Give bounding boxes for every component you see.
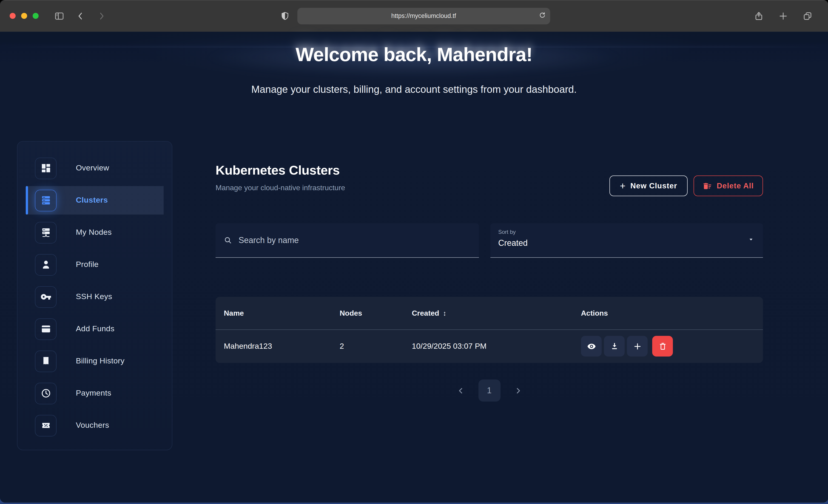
dashboard-page: Welcome back, Mahendra! Manage your clus… [0,32,828,503]
download-icon [610,342,619,351]
chevron-right-icon [514,387,522,394]
person-icon [35,254,56,276]
search-icon [223,236,233,245]
sidebar-item-billing-history[interactable]: Billing History [26,347,164,375]
sidebar-item-add-funds[interactable]: Add Funds [26,315,164,343]
delete-cluster-button[interactable] [652,336,673,356]
cell-row-actions [581,336,763,356]
page-title: Kubernetes Clusters [215,163,345,178]
previous-page-button[interactable] [457,387,464,394]
trash-icon [658,342,667,351]
minimize-window-button[interactable] [21,13,27,19]
servers-icon [35,190,56,211]
sidebar-item-label: Profile [76,260,98,269]
clusters-header: Kubernetes Clusters Manage your cloud-na… [215,163,345,192]
sort-arrows-icon: ↕ [443,309,446,317]
url-text: https://myceliumcloud.tf [391,12,456,19]
view-cluster-button[interactable] [581,336,602,356]
delete-sweep-icon [703,181,712,191]
sidebar-item-label: My Nodes [76,228,112,237]
back-icon[interactable] [74,9,87,22]
reload-icon[interactable] [539,11,546,20]
wallet-icon [35,318,56,340]
sidebar-item-ssh-keys[interactable]: SSH Keys [26,283,164,311]
tab-overview-icon[interactable] [800,9,814,22]
current-page-indicator[interactable]: 1 [478,379,500,402]
column-header-name: Name [215,309,340,317]
header-actions: + New Cluster Delete All [609,175,763,196]
sort-select[interactable]: Sort by Created [490,223,763,258]
page-subtitle: Manage your cloud-native infrastructure [215,184,345,192]
search-input[interactable] [239,236,471,245]
close-window-button[interactable] [10,13,16,19]
download-kubeconfig-button[interactable] [604,336,625,356]
privacy-shield-icon[interactable] [278,9,292,22]
sidebar-item-label: Clusters [76,196,108,205]
clusters-table: Name Nodes Created↕ Actions Mahendra123 … [215,297,763,363]
forward-icon[interactable] [95,9,109,22]
sidebar-toggle-icon[interactable] [52,9,66,22]
sidebar-item-clusters[interactable]: Clusters [26,186,164,215]
column-header-created[interactable]: Created↕ [412,309,581,317]
eye-icon [587,342,596,351]
nodes-icon [35,222,56,243]
traffic-lights [10,13,39,19]
chevron-left-icon [457,387,464,394]
table-row: Mahendra123 2 10/29/2025 03:07 PM [215,330,763,363]
sidebar-item-profile[interactable]: Profile [26,250,164,279]
address-bar[interactable]: https://myceliumcloud.tf [297,8,550,24]
cell-cluster-name: Mahendra123 [215,342,340,351]
search-field [215,223,479,258]
pagination: 1 [215,379,763,402]
sidebar: Overview [17,141,172,450]
toolbar-left-controls [52,9,109,22]
sidebar-item-payments[interactable]: Payments [26,379,164,408]
next-page-button[interactable] [514,387,522,394]
toolbar-right-controls [752,9,814,22]
new-cluster-button[interactable]: + New Cluster [609,175,688,196]
sidebar-item-label: SSH Keys [76,292,112,301]
plus-icon: + [620,180,626,192]
sort-label: Sort by [498,229,755,235]
table-header-row: Name Nodes Created↕ Actions [215,297,763,330]
clock-icon [35,382,56,404]
new-tab-icon[interactable] [776,9,790,22]
cell-cluster-created: 10/29/2025 03:07 PM [412,342,581,351]
browser-toolbar: https://myceliumcloud.tf [0,0,828,32]
sidebar-item-label: Overview [76,164,109,173]
sidebar-item-label: Payments [76,389,111,398]
column-header-actions: Actions [581,309,763,317]
screen: https://myceliumcloud.tf [0,0,828,504]
share-icon[interactable] [752,9,765,22]
ticket-icon [35,415,56,436]
sidebar-item-label: Add Funds [76,324,115,334]
sidebar-item-label: Vouchers [76,421,109,430]
receipt-icon [35,350,56,372]
add-node-button[interactable] [627,336,648,356]
clusters-panel: Kubernetes Clusters Manage your cloud-na… [215,32,763,503]
delete-all-button[interactable]: Delete All [694,175,763,196]
key-icon [35,286,56,307]
hero-top-fade [0,32,828,47]
browser-window: https://myceliumcloud.tf [0,0,828,503]
cell-cluster-nodes: 2 [340,342,412,351]
sidebar-item-vouchers[interactable]: Vouchers [26,411,164,440]
column-header-nodes: Nodes [340,309,412,317]
zoom-window-button[interactable] [33,13,39,19]
dashboard-icon [35,157,56,179]
sidebar-item-my-nodes[interactable]: My Nodes [26,218,164,247]
sidebar-item-label: Billing History [76,356,125,366]
address-bar-group: https://myceliumcloud.tf [278,8,550,24]
plus-icon [633,342,642,351]
sort-value: Created [498,239,755,248]
sidebar-item-overview[interactable]: Overview [26,154,164,182]
chevron-down-icon [748,236,754,244]
